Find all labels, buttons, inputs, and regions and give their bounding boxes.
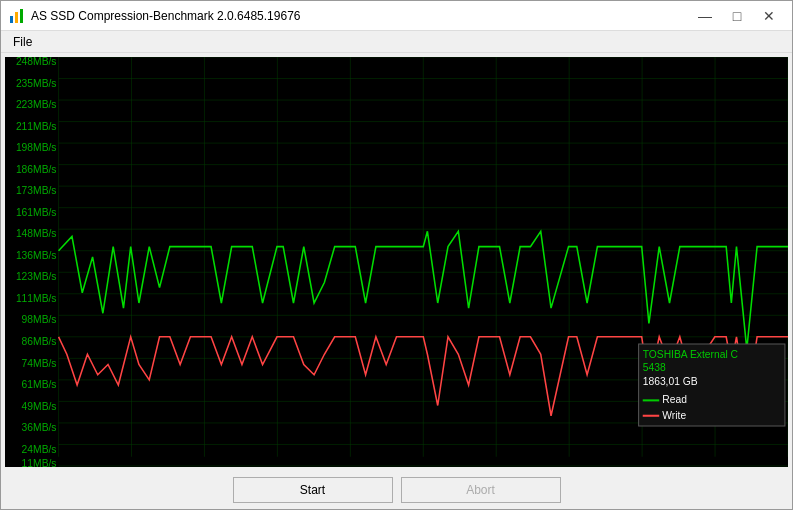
svg-text:36MB/s: 36MB/s <box>22 422 57 433</box>
svg-text:TOSHIBA External C: TOSHIBA External C <box>643 349 739 360</box>
svg-text:198MB/s: 198MB/s <box>16 142 57 153</box>
svg-text:49MB/s: 49MB/s <box>22 401 57 412</box>
svg-text:248MB/s: 248MB/s <box>16 57 57 67</box>
bottom-bar: Start Abort <box>1 471 792 509</box>
title-bar: AS SSD Compression-Benchmark 2.0.6485.19… <box>1 1 792 31</box>
svg-text:223MB/s: 223MB/s <box>16 99 57 110</box>
svg-rect-2 <box>20 9 23 23</box>
title-controls: — □ ✕ <box>690 4 784 28</box>
main-window: AS SSD Compression-Benchmark 2.0.6485.19… <box>0 0 793 510</box>
svg-text:86MB/s: 86MB/s <box>22 336 57 347</box>
close-button[interactable]: ✕ <box>754 4 784 28</box>
start-button[interactable]: Start <box>233 477 393 503</box>
svg-text:111MB/s: 111MB/s <box>16 293 57 304</box>
svg-text:161MB/s: 161MB/s <box>16 207 57 218</box>
svg-text:211MB/s: 211MB/s <box>16 121 57 132</box>
svg-text:235MB/s: 235MB/s <box>16 78 57 89</box>
svg-text:136MB/s: 136MB/s <box>16 250 57 261</box>
svg-text:24MB/s: 24MB/s <box>22 444 57 455</box>
abort-button[interactable]: Abort <box>401 477 561 503</box>
svg-rect-0 <box>10 16 13 23</box>
svg-text:123MB/s: 123MB/s <box>16 271 57 282</box>
chart-svg: 248MB/s 235MB/s 223MB/s 211MB/s 198MB/s … <box>5 57 788 467</box>
svg-text:148MB/s: 148MB/s <box>16 228 57 239</box>
svg-text:98MB/s: 98MB/s <box>22 315 57 326</box>
minimize-button[interactable]: — <box>690 4 720 28</box>
app-icon <box>9 8 25 24</box>
svg-text:11MB/s: 11MB/s <box>22 458 57 467</box>
svg-text:Read: Read <box>662 394 687 405</box>
menu-bar: File <box>1 31 792 53</box>
svg-text:Write: Write <box>662 410 686 421</box>
chart-area: 248MB/s 235MB/s 223MB/s 211MB/s 198MB/s … <box>5 57 788 467</box>
window-title: AS SSD Compression-Benchmark 2.0.6485.19… <box>31 9 300 23</box>
svg-text:5438: 5438 <box>643 362 666 373</box>
svg-text:1863,01 GB: 1863,01 GB <box>643 376 698 387</box>
svg-text:186MB/s: 186MB/s <box>16 164 57 175</box>
svg-text:61MB/s: 61MB/s <box>22 379 57 390</box>
svg-text:173MB/s: 173MB/s <box>16 185 57 196</box>
file-menu[interactable]: File <box>5 33 40 51</box>
svg-text:74MB/s: 74MB/s <box>22 358 57 369</box>
maximize-button[interactable]: □ <box>722 4 752 28</box>
title-bar-left: AS SSD Compression-Benchmark 2.0.6485.19… <box>9 8 300 24</box>
svg-rect-1 <box>15 12 18 23</box>
